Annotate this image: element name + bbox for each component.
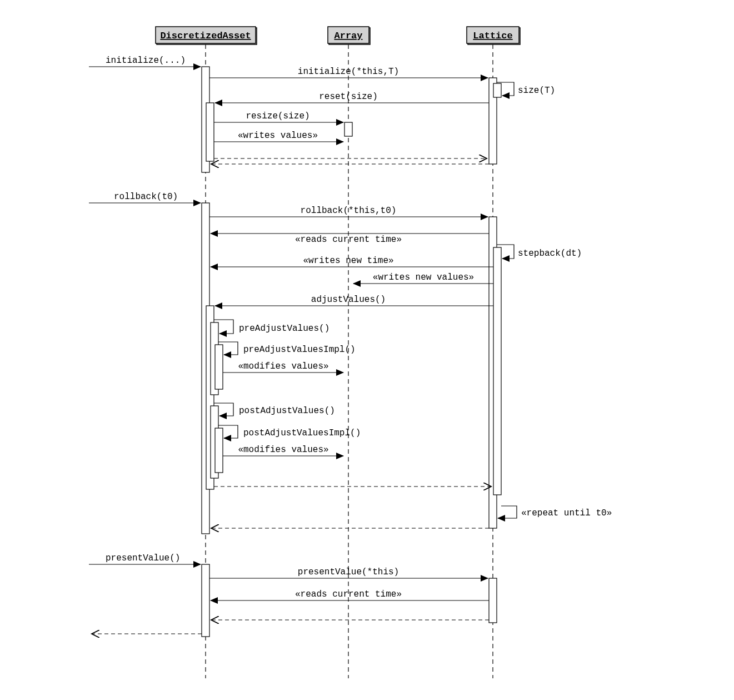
participant-label: Array <box>334 31 362 41</box>
msg-label: «repeat until t0» <box>521 508 612 518</box>
msg-label: resize(size) <box>246 111 309 121</box>
activation <box>493 83 501 97</box>
activation <box>206 103 214 161</box>
msg-label: «writes values» <box>238 131 318 141</box>
msg-label: postAdjustValuesImpl() <box>243 428 361 438</box>
msg-label: postAdjustValues() <box>239 406 335 416</box>
msg-label: rollback(t0) <box>114 192 178 202</box>
msg-label: initialize(*this,T) <box>298 67 399 77</box>
msg-label: presentValue() <box>106 553 180 563</box>
activation <box>215 345 223 389</box>
sequence-diagram: DiscretizedAsset Array Lattice initializ… <box>11 11 734 700</box>
msg-label: «modifies values» <box>238 361 328 371</box>
msg-label: preAdjustValues() <box>239 324 329 334</box>
activation <box>344 122 352 136</box>
msg-label: «reads current time» <box>295 589 402 599</box>
msg-label: «writes new values» <box>373 272 474 282</box>
msg-label: stepback(dt) <box>518 249 582 259</box>
activation <box>202 564 209 637</box>
participant-label: DiscretizedAsset <box>160 31 251 41</box>
participant-array: Array <box>328 27 370 44</box>
msg-label: adjustValues() <box>311 295 386 305</box>
msg-label: «writes new time» <box>303 256 393 266</box>
msg-label: «reads current time» <box>295 235 402 245</box>
msg-label: presentValue(*this) <box>298 567 399 577</box>
activation <box>215 428 223 473</box>
participant-discretized-asset: DiscretizedAsset <box>156 27 257 44</box>
activation <box>489 578 497 623</box>
participant-label: Lattice <box>473 31 512 41</box>
participant-lattice: Lattice <box>467 27 520 44</box>
msg-label: «modifies values» <box>238 445 328 455</box>
msg-label: initialize(...) <box>106 56 186 66</box>
activation <box>493 247 501 495</box>
msg-label: size(T) <box>518 86 555 96</box>
msg-label: reset(size) <box>319 92 378 102</box>
msg-label: preAdjustValuesImpl() <box>243 345 356 355</box>
msg-label: rollback(*this,t0) <box>301 206 397 216</box>
msg-repeat <box>498 506 517 518</box>
